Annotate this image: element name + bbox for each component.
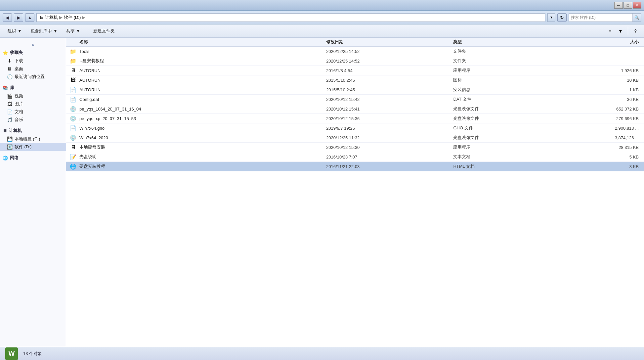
file-type-cell: 安装信息 <box>453 87 557 93</box>
column-date-header[interactable]: 修改日期 <box>326 39 453 45</box>
file-type-cell: 应用程序 <box>453 68 557 73</box>
table-row[interactable]: 📄 Config.dat 2020/10/12 15:42 DAT 文件 36 … <box>66 95 644 104</box>
computer-section-label: 计算机 <box>9 128 22 134</box>
table-row[interactable]: 🖥 本地硬盘安装 2020/10/12 15:30 应用程序 28,315 KB <box>66 143 644 152</box>
up-button[interactable]: ▲ <box>25 13 34 22</box>
maximize-button[interactable]: □ <box>623 2 632 9</box>
sidebar-item-drive-d[interactable]: 💽 软件 (D:) <box>0 143 66 151</box>
computer-section-icon: 🖥 <box>3 128 7 133</box>
file-type-cell: 应用程序 <box>453 144 557 150</box>
downloads-icon: ⬇ <box>7 58 13 64</box>
file-date-cell: 2016/1/8 4:54 <box>326 68 453 73</box>
table-row[interactable]: 🌐 硬盘安装教程 2016/11/21 22:03 HTML 文档 3 KB <box>66 162 644 171</box>
organize-dropdown-icon: ▼ <box>18 28 22 33</box>
table-row[interactable]: 📄 Win7x64.gho 2019/9/7 19:25 GHO 文件 2,90… <box>66 123 644 133</box>
back-button[interactable]: ◀ <box>3 13 12 22</box>
view-dropdown-button[interactable]: ▼ <box>616 27 625 35</box>
column-size-header[interactable]: 大小 <box>557 39 644 45</box>
sidebar-item-videos[interactable]: 🎬 视频 <box>0 92 66 100</box>
file-icon: 🌐 <box>69 163 77 170</box>
file-date-cell: 2015/5/10 2:45 <box>326 87 453 92</box>
address-dropdown-button[interactable]: ▼ <box>547 13 555 22</box>
table-row[interactable]: 💿 pe_yqs_1064_20_07_31_16_04 2020/10/12 … <box>66 104 644 114</box>
file-size-cell: 652,072 KB <box>557 107 644 112</box>
search-button[interactable]: 🔍 <box>632 14 641 22</box>
include-library-label: 包含到库中 <box>30 28 52 34</box>
sidebar-item-pictures[interactable]: 🖼 图片 <box>0 100 66 108</box>
collapse-arrow[interactable]: ▲ <box>0 40 66 48</box>
file-name-cell: 📄 AUTORUN <box>66 86 326 93</box>
drive-c-icon: 💾 <box>7 136 13 142</box>
table-row[interactable]: 🖥 AUTORUN 2016/1/8 4:54 应用程序 1,926 KB <box>66 66 644 75</box>
documents-icon: 📄 <box>7 109 13 115</box>
recent-label: 最近访问的位置 <box>15 74 45 80</box>
videos-label: 视频 <box>15 93 23 99</box>
sidebar-item-music[interactable]: 🎵 音乐 <box>0 116 66 124</box>
file-name-cell: 🖥 AUTORUN <box>66 67 326 74</box>
sidebar-item-documents[interactable]: 📄 文档 <box>0 108 66 116</box>
include-library-button[interactable]: 包含到库中 ▼ <box>27 26 61 36</box>
file-icon: 📁 <box>69 48 77 55</box>
file-date-cell: 2016/10/23 7:07 <box>326 155 453 159</box>
library-header[interactable]: 📚 库 <box>0 83 66 92</box>
documents-label: 文档 <box>15 109 23 115</box>
file-name-label: Config.dat <box>79 97 99 102</box>
file-icon: 🖥 <box>69 67 77 74</box>
path-separator-2: ▶ <box>82 15 85 20</box>
table-row[interactable]: 📄 AUTORUN 2015/5/10 2:45 安装信息 1 KB <box>66 85 644 95</box>
address-path[interactable]: 🖥 计算机 ▶ 软件 (D:) ▶ <box>36 13 545 22</box>
computer-header[interactable]: 🖥 计算机 <box>0 126 66 135</box>
file-type-cell: GHO 文件 <box>453 125 557 131</box>
share-button[interactable]: 共享 ▼ <box>63 26 84 36</box>
pictures-icon: 🖼 <box>7 101 13 107</box>
close-button[interactable]: ✕ <box>633 2 641 9</box>
column-name-header[interactable]: 名称 <box>66 39 326 45</box>
file-type-cell: 光盘映像文件 <box>453 135 557 141</box>
new-folder-button[interactable]: 新建文件夹 <box>90 26 118 36</box>
file-size-cell: 28,315 KB <box>557 145 644 150</box>
drive-d-icon: 💽 <box>7 144 13 150</box>
file-date-cell: 2020/10/12 15:36 <box>326 116 453 121</box>
file-name-label: Tools <box>79 49 89 54</box>
path-separator-1: ▶ <box>59 15 63 20</box>
file-type-cell: 文件夹 <box>453 48 557 54</box>
sidebar-item-downloads[interactable]: ⬇ 下载 <box>0 57 66 65</box>
table-row[interactable]: 🖼 AUTORUN 2015/5/10 2:45 图标 10 KB <box>66 75 644 85</box>
desktop-icon: 🖥 <box>7 66 13 72</box>
table-row[interactable]: 💿 Win7x64_2020 2020/12/25 11:32 光盘映像文件 3… <box>66 133 644 143</box>
sidebar-item-desktop[interactable]: 🖥 桌面 <box>0 65 66 73</box>
status-count: 13 个对象 <box>23 351 42 357</box>
favorites-header[interactable]: ⭐ 收藏夹 <box>0 48 66 57</box>
sidebar-item-recent[interactable]: 🕐 最近访问的位置 <box>0 73 66 81</box>
table-row[interactable]: 📁 Tools 2020/12/25 14:52 文件夹 <box>66 47 644 56</box>
table-row[interactable]: 📝 光盘说明 2016/10/23 7:07 文本文档 5 KB <box>66 152 644 162</box>
filelist-header: 名称 修改日期 类型 大小 <box>66 38 644 47</box>
column-type-header[interactable]: 类型 <box>453 39 557 45</box>
file-size-cell: 36 KB <box>557 97 644 102</box>
search-input[interactable] <box>569 15 632 20</box>
minimize-button[interactable]: ─ <box>614 2 623 9</box>
file-name-label: AUTORUN <box>79 78 101 83</box>
file-name-cell: 📄 Win7x64.gho <box>66 124 326 132</box>
file-type-cell: 光盘映像文件 <box>453 106 557 112</box>
file-icon: 💿 <box>69 105 77 112</box>
forward-button[interactable]: ▶ <box>14 13 23 22</box>
file-size-cell: 2,900,813 ... <box>557 126 644 131</box>
file-date-cell: 2020/12/25 11:32 <box>326 135 453 140</box>
file-date-cell: 2020/10/12 15:41 <box>326 107 453 112</box>
table-row[interactable]: 💿 pe_yqs_xp_20_07_31_15_53 2020/10/12 15… <box>66 114 644 123</box>
file-type-cell: 文件夹 <box>453 58 557 64</box>
help-button[interactable]: ? <box>631 27 640 35</box>
refresh-button[interactable]: ↻ <box>557 13 567 22</box>
table-row[interactable]: 📁 U盘安装教程 2020/12/25 14:52 文件夹 <box>66 56 644 66</box>
file-rows-container: 📁 Tools 2020/12/25 14:52 文件夹 📁 U盘安装教程 20… <box>66 47 644 171</box>
path-part-computer: 计算机 <box>45 15 58 21</box>
organize-button[interactable]: 组织 ▼ <box>4 26 25 36</box>
file-type-cell: 图标 <box>453 77 557 83</box>
sidebar-item-drive-c[interactable]: 💾 本地磁盘 (C:) <box>0 135 66 143</box>
file-name-label: Win7x64.gho <box>79 126 105 131</box>
file-date-cell: 2020/12/25 14:52 <box>326 49 453 54</box>
view-button[interactable]: ≡ <box>605 27 615 35</box>
network-header[interactable]: 🌐 网络 <box>0 154 66 162</box>
organize-label: 组织 <box>8 28 16 34</box>
